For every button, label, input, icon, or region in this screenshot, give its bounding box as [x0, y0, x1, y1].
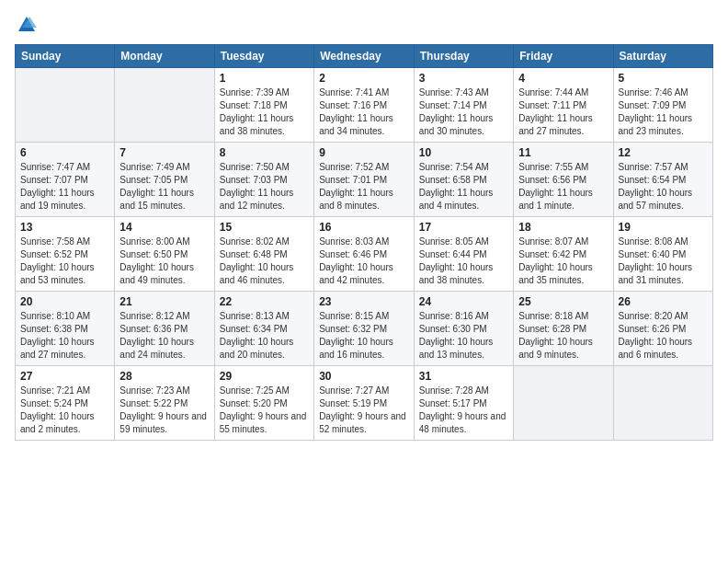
day-number: 27: [20, 370, 109, 383]
day-number: 12: [619, 146, 709, 159]
calendar-cell: 30Sunrise: 7:27 AMSunset: 5:19 PMDayligh…: [314, 366, 415, 441]
day-detail: Sunrise: 7:25 AMSunset: 5:20 PMDaylight:…: [220, 385, 309, 436]
calendar-cell: 23Sunrise: 8:15 AMSunset: 6:32 PMDayligh…: [314, 292, 415, 366]
logo: [15, 15, 37, 35]
day-number: 15: [220, 221, 309, 234]
calendar-cell: 26Sunrise: 8:20 AMSunset: 6:26 PMDayligh…: [613, 292, 713, 366]
calendar-week-row: 13Sunrise: 7:58 AMSunset: 6:52 PMDayligh…: [16, 217, 713, 292]
day-detail: Sunrise: 7:55 AMSunset: 6:56 PMDaylight:…: [518, 161, 608, 213]
day-detail: Sunrise: 7:44 AMSunset: 7:11 PMDaylight:…: [518, 86, 608, 138]
day-detail: Sunrise: 8:00 AMSunset: 6:50 PMDaylight:…: [119, 236, 209, 287]
day-number: 20: [20, 295, 109, 308]
day-detail: Sunrise: 8:16 AMSunset: 6:30 PMDaylight:…: [419, 310, 508, 362]
day-detail: Sunrise: 8:07 AMSunset: 6:42 PMDaylight:…: [518, 236, 608, 287]
day-detail: Sunrise: 7:49 AMSunset: 7:05 PMDaylight:…: [119, 161, 209, 213]
day-detail: Sunrise: 8:02 AMSunset: 6:48 PMDaylight:…: [220, 236, 309, 287]
calendar-cell: [16, 68, 115, 143]
calendar-week-row: 1Sunrise: 7:39 AMSunset: 7:18 PMDaylight…: [16, 68, 713, 143]
calendar-cell: 4Sunrise: 7:44 AMSunset: 7:11 PMDaylight…: [514, 68, 613, 143]
day-detail: Sunrise: 7:21 AMSunset: 5:24 PMDaylight:…: [20, 385, 109, 436]
weekday-header: Thursday: [414, 45, 513, 68]
day-detail: Sunrise: 8:18 AMSunset: 6:28 PMDaylight:…: [518, 310, 608, 362]
calendar-table: SundayMondayTuesdayWednesdayThursdayFrid…: [15, 44, 713, 441]
day-number: 24: [419, 295, 508, 308]
day-number: 2: [319, 72, 409, 85]
calendar-cell: 12Sunrise: 7:57 AMSunset: 6:54 PMDayligh…: [613, 143, 713, 217]
calendar-cell: 5Sunrise: 7:46 AMSunset: 7:09 PMDaylight…: [613, 68, 713, 143]
calendar-cell: 13Sunrise: 7:58 AMSunset: 6:52 PMDayligh…: [16, 217, 115, 292]
day-detail: Sunrise: 8:03 AMSunset: 6:46 PMDaylight:…: [319, 236, 409, 287]
day-number: 14: [119, 221, 209, 234]
day-number: 16: [319, 221, 409, 234]
day-number: 13: [20, 221, 109, 234]
calendar-cell: 17Sunrise: 8:05 AMSunset: 6:44 PMDayligh…: [414, 217, 513, 292]
day-detail: Sunrise: 7:28 AMSunset: 5:17 PMDaylight:…: [419, 385, 508, 436]
day-detail: Sunrise: 7:57 AMSunset: 6:54 PMDaylight:…: [619, 161, 709, 213]
weekday-header: Saturday: [613, 45, 713, 68]
day-number: 18: [518, 221, 608, 234]
day-number: 29: [220, 370, 309, 383]
weekday-header: Tuesday: [214, 45, 313, 68]
calendar-cell: 31Sunrise: 7:28 AMSunset: 5:17 PMDayligh…: [414, 366, 513, 441]
day-number: 4: [518, 72, 608, 85]
calendar-cell: 11Sunrise: 7:55 AMSunset: 6:56 PMDayligh…: [514, 143, 613, 217]
calendar-cell: [115, 68, 214, 143]
day-number: 25: [518, 295, 608, 308]
page-header: [15, 15, 713, 35]
day-detail: Sunrise: 7:47 AMSunset: 7:07 PMDaylight:…: [20, 161, 109, 213]
day-detail: Sunrise: 7:58 AMSunset: 6:52 PMDaylight:…: [20, 236, 109, 287]
day-detail: Sunrise: 8:12 AMSunset: 6:36 PMDaylight:…: [119, 310, 209, 362]
day-number: 11: [518, 146, 608, 159]
day-number: 10: [419, 146, 508, 159]
calendar-cell: 1Sunrise: 7:39 AMSunset: 7:18 PMDaylight…: [214, 68, 313, 143]
day-number: 5: [619, 72, 709, 85]
calendar-week-row: 20Sunrise: 8:10 AMSunset: 6:38 PMDayligh…: [16, 292, 713, 366]
weekday-header: Friday: [514, 45, 613, 68]
calendar-cell: [613, 366, 713, 441]
calendar-cell: 20Sunrise: 8:10 AMSunset: 6:38 PMDayligh…: [16, 292, 115, 366]
day-detail: Sunrise: 7:41 AMSunset: 7:16 PMDaylight:…: [319, 86, 409, 138]
calendar-cell: 2Sunrise: 7:41 AMSunset: 7:16 PMDaylight…: [314, 68, 415, 143]
day-number: 8: [220, 146, 309, 159]
day-detail: Sunrise: 7:52 AMSunset: 7:01 PMDaylight:…: [319, 161, 409, 213]
calendar-cell: 3Sunrise: 7:43 AMSunset: 7:14 PMDaylight…: [414, 68, 513, 143]
day-number: 28: [119, 370, 209, 383]
calendar-week-row: 27Sunrise: 7:21 AMSunset: 5:24 PMDayligh…: [16, 366, 713, 441]
calendar-cell: 24Sunrise: 8:16 AMSunset: 6:30 PMDayligh…: [414, 292, 513, 366]
day-number: 30: [319, 370, 409, 383]
day-number: 9: [319, 146, 409, 159]
day-detail: Sunrise: 8:05 AMSunset: 6:44 PMDaylight:…: [419, 236, 508, 287]
calendar-cell: 10Sunrise: 7:54 AMSunset: 6:58 PMDayligh…: [414, 143, 513, 217]
calendar-header-row: SundayMondayTuesdayWednesdayThursdayFrid…: [16, 45, 713, 68]
calendar-cell: 15Sunrise: 8:02 AMSunset: 6:48 PMDayligh…: [214, 217, 313, 292]
day-detail: Sunrise: 8:20 AMSunset: 6:26 PMDaylight:…: [619, 310, 709, 362]
calendar-cell: 25Sunrise: 8:18 AMSunset: 6:28 PMDayligh…: [514, 292, 613, 366]
day-number: 26: [619, 295, 709, 308]
day-number: 1: [220, 72, 309, 85]
calendar-cell: 16Sunrise: 8:03 AMSunset: 6:46 PMDayligh…: [314, 217, 415, 292]
day-number: 23: [319, 295, 409, 308]
day-detail: Sunrise: 8:15 AMSunset: 6:32 PMDaylight:…: [319, 310, 409, 362]
calendar-cell: 29Sunrise: 7:25 AMSunset: 5:20 PMDayligh…: [214, 366, 313, 441]
calendar-cell: 28Sunrise: 7:23 AMSunset: 5:22 PMDayligh…: [115, 366, 214, 441]
calendar-cell: 18Sunrise: 8:07 AMSunset: 6:42 PMDayligh…: [514, 217, 613, 292]
day-detail: Sunrise: 7:50 AMSunset: 7:03 PMDaylight:…: [220, 161, 309, 213]
logo-icon: [17, 15, 37, 35]
calendar-cell: 22Sunrise: 8:13 AMSunset: 6:34 PMDayligh…: [214, 292, 313, 366]
weekday-header: Monday: [115, 45, 214, 68]
day-number: 7: [119, 146, 209, 159]
day-number: 31: [419, 370, 508, 383]
calendar-cell: 8Sunrise: 7:50 AMSunset: 7:03 PMDaylight…: [214, 143, 313, 217]
day-detail: Sunrise: 7:39 AMSunset: 7:18 PMDaylight:…: [220, 86, 309, 138]
calendar-cell: 9Sunrise: 7:52 AMSunset: 7:01 PMDaylight…: [314, 143, 415, 217]
day-number: 22: [220, 295, 309, 308]
day-number: 21: [119, 295, 209, 308]
calendar-week-row: 6Sunrise: 7:47 AMSunset: 7:07 PMDaylight…: [16, 143, 713, 217]
day-detail: Sunrise: 7:43 AMSunset: 7:14 PMDaylight:…: [419, 86, 508, 138]
weekday-header: Wednesday: [314, 45, 415, 68]
day-detail: Sunrise: 7:27 AMSunset: 5:19 PMDaylight:…: [319, 385, 409, 436]
weekday-header: Sunday: [16, 45, 115, 68]
calendar-cell: 27Sunrise: 7:21 AMSunset: 5:24 PMDayligh…: [16, 366, 115, 441]
day-detail: Sunrise: 7:54 AMSunset: 6:58 PMDaylight:…: [419, 161, 508, 213]
calendar-cell: 7Sunrise: 7:49 AMSunset: 7:05 PMDaylight…: [115, 143, 214, 217]
